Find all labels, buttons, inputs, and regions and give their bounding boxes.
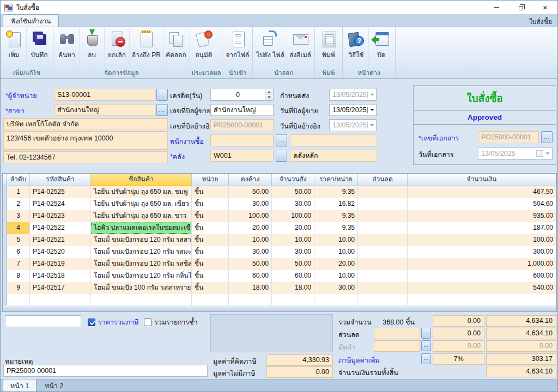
spinner-arrows[interactable]: [265, 89, 273, 100]
tab-page-1[interactable]: หน้า 1: [3, 379, 37, 392]
cell-amount[interactable]: 187.00: [408, 222, 556, 234]
column-header-price[interactable]: ราคา/หน่วย: [314, 174, 358, 186]
cell-code[interactable]: P14-02524: [30, 198, 91, 210]
cell-unit[interactable]: ชิ้น: [192, 282, 229, 294]
discount-input[interactable]: [374, 328, 420, 339]
cell-unit[interactable]: ชิ้น: [192, 210, 229, 222]
cell-outstanding[interactable]: 10.00: [229, 234, 272, 246]
warehouse-code-field[interactable]: W001: [210, 150, 274, 162]
vendor-code-field[interactable]: S13-00001: [54, 89, 155, 101]
row-selector[interactable]: [3, 234, 7, 246]
cell-name[interactable]: โฮมมี่ ขนมปังกรอบ 120 กรัม รสชีส: [91, 258, 192, 270]
cell-no[interactable]: 6: [7, 246, 30, 258]
cell-price[interactable]: 16.82: [314, 198, 358, 210]
cell-qty[interactable]: 60.00: [272, 270, 314, 282]
cell-price[interactable]: 30.00: [314, 282, 358, 294]
doc-no-browse-button[interactable]: ...: [541, 131, 553, 143]
row-selector[interactable]: [3, 294, 7, 306]
cell-outstanding[interactable]: 50.00: [229, 186, 272, 198]
cell-amount[interactable]: [408, 294, 556, 306]
cell-qty[interactable]: [272, 294, 314, 306]
credit-days-spinner[interactable]: 0: [210, 89, 274, 101]
cell-no[interactable]: 9: [7, 282, 30, 294]
row-selector[interactable]: [3, 258, 7, 270]
close-window-button[interactable]: ปิด: [369, 28, 394, 68]
cancel-button[interactable]: ยกเลิก: [105, 28, 130, 68]
cell-discount[interactable]: [358, 282, 408, 294]
cell-name[interactable]: ไฮคิว ปลาแมคเคอเรลในซอสมะเขือเทศ: [91, 222, 192, 234]
cell-qty[interactable]: 20.00: [272, 222, 314, 234]
cell-unit[interactable]: ชิ้น: [192, 186, 229, 198]
cell-outstanding[interactable]: [229, 294, 272, 306]
row-selector[interactable]: [3, 210, 7, 222]
cell-outstanding[interactable]: 50.00: [229, 258, 272, 270]
tab-page-2[interactable]: หน้า 2: [38, 379, 70, 392]
cell-amount[interactable]: 935.00: [408, 210, 556, 222]
cell-price[interactable]: 9.35: [314, 210, 358, 222]
seller-bill-date-picker[interactable]: 13/05/2025: [329, 104, 377, 116]
close-button[interactable]: ×: [533, 1, 557, 14]
column-header-outstanding[interactable]: คงค้าง: [229, 174, 272, 186]
cell-amount[interactable]: 300.00: [408, 246, 556, 258]
send-email-button[interactable]: ส่งอีเมล์: [287, 28, 313, 68]
cell-no[interactable]: 4: [7, 222, 30, 234]
column-header-amount[interactable]: จำนวนเงิน: [408, 174, 556, 186]
cell-no[interactable]: 1: [7, 186, 30, 198]
vendor-browse-button[interactable]: ...: [156, 89, 168, 101]
column-header-no[interactable]: ลำดับ: [7, 174, 30, 186]
spin-up-icon[interactable]: [265, 89, 273, 95]
cell-code[interactable]: P14-02521: [30, 234, 91, 246]
cell-unit[interactable]: ชิ้น: [192, 246, 229, 258]
cell-code[interactable]: P14-02522: [30, 222, 91, 234]
cell-code[interactable]: P14-02525: [30, 186, 91, 198]
cell-code[interactable]: P14-02519: [30, 258, 91, 270]
to-file-button[interactable]: ไปยัง ไฟล์: [254, 28, 287, 68]
approve-button[interactable]: อนุมัติ: [191, 28, 216, 68]
discount-browse-button[interactable]: ...: [421, 328, 431, 339]
include-vat-checkbox[interactable]: ราคารวมภาษี: [88, 317, 139, 328]
minimize-button[interactable]: [484, 1, 508, 14]
vat-rate-field[interactable]: 7%: [433, 353, 484, 365]
vat-browse-button[interactable]: ...: [421, 353, 431, 364]
warehouse-browse-button[interactable]: ...: [276, 150, 287, 162]
cell-name[interactable]: ไฮยีน ปรับผ้านุ่ม ถุง 650 มล. เขียว: [91, 198, 192, 210]
row-selector[interactable]: [3, 282, 7, 294]
cell-name[interactable]: ไฮยีน ปรับผ้านุ่ม ถุง 650 มล. ชมพู: [91, 186, 192, 198]
row-selector[interactable]: [3, 222, 7, 234]
buyer-browse-button[interactable]: ...: [276, 134, 287, 146]
cell-unit[interactable]: [192, 294, 229, 306]
cell-amount[interactable]: 100.00: [408, 234, 556, 246]
cell-qty[interactable]: 50.00: [272, 186, 314, 198]
save-button[interactable]: บันทึก: [27, 28, 52, 68]
search-button[interactable]: ค้นหา: [54, 28, 80, 68]
cell-qty[interactable]: 30.00: [272, 246, 314, 258]
cell-discount[interactable]: [358, 258, 408, 270]
from-file-button[interactable]: จากไฟล์: [223, 28, 251, 68]
cell-no[interactable]: 7: [7, 258, 30, 270]
copy-button[interactable]: คัดลอก: [163, 28, 189, 68]
cell-unit[interactable]: ชิ้น: [192, 222, 229, 234]
cell-qty[interactable]: 18.00: [272, 282, 314, 294]
cell-qty[interactable]: 10.00: [272, 234, 314, 246]
cell-unit[interactable]: ชิ้น: [192, 198, 229, 210]
cell-code[interactable]: P14-02520: [30, 246, 91, 258]
cell-code[interactable]: P14-02518: [30, 270, 91, 282]
cell-price[interactable]: 9.35: [314, 222, 358, 234]
cell-discount[interactable]: [358, 234, 408, 246]
cell-name[interactable]: โฮมมี่ ขนมปัง 100 กรัม รสสาหร่าย: [91, 282, 192, 294]
cell-outstanding[interactable]: 30.00: [229, 198, 272, 210]
cell-price[interactable]: 20.00: [314, 258, 358, 270]
tab-functions[interactable]: ฟังก์ชันทำงาน: [3, 14, 59, 27]
cell-no[interactable]: [7, 294, 30, 306]
delete-button[interactable]: ลบ: [80, 28, 105, 68]
column-header-name[interactable]: ชื่อสินค้า: [91, 174, 192, 186]
cell-discount[interactable]: [358, 198, 408, 210]
cell-price[interactable]: 10.00: [314, 234, 358, 246]
cell-code[interactable]: P14-02517: [30, 282, 91, 294]
cell-name[interactable]: ไฮยีน ปรับผ้านุ่ม ถุง 650 มล. ขาว: [91, 210, 192, 222]
cell-outstanding[interactable]: 20.00: [229, 222, 272, 234]
row-selector[interactable]: [3, 270, 7, 282]
misc-input[interactable]: [5, 315, 81, 327]
cell-discount[interactable]: [358, 246, 408, 258]
row-selector[interactable]: [3, 246, 7, 258]
